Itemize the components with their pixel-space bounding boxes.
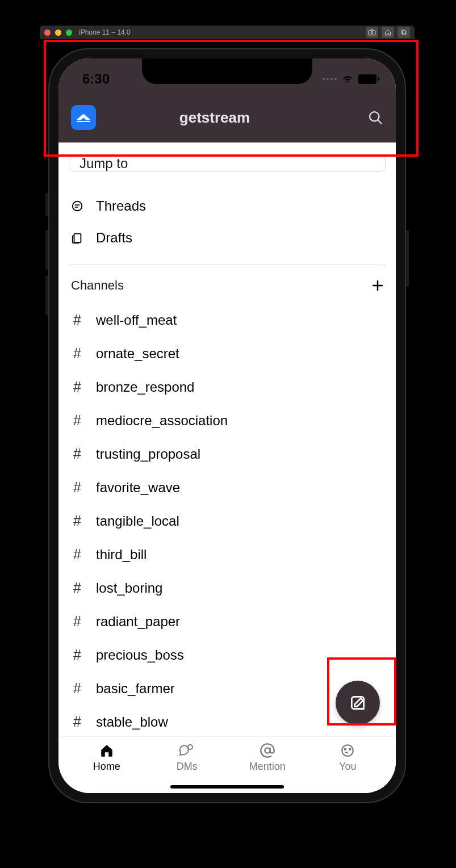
channel-item[interactable]: #favorite_wave xyxy=(58,471,396,504)
hash-icon: # xyxy=(71,513,83,529)
channel-name: tangible_local xyxy=(96,513,179,529)
channel-name: bronze_respond xyxy=(96,379,194,395)
svg-point-6 xyxy=(73,202,82,211)
hash-icon: # xyxy=(71,446,83,462)
search-button[interactable] xyxy=(358,110,383,125)
home-icon xyxy=(99,743,114,758)
device-notch xyxy=(142,58,312,84)
maximize-window-dot[interactable] xyxy=(66,30,72,36)
volume-down-button xyxy=(45,275,48,315)
hash-icon: # xyxy=(71,479,83,496)
svg-line-5 xyxy=(378,120,381,123)
channel-item[interactable]: #ornate_secret xyxy=(58,337,396,370)
mention-icon xyxy=(259,743,276,758)
jump-to-field[interactable]: Jump to xyxy=(69,155,386,172)
hash-icon: # xyxy=(71,312,83,328)
tab-home-label: Home xyxy=(93,761,120,773)
workspace-title: getstream xyxy=(71,109,358,127)
svg-rect-3 xyxy=(401,30,405,34)
channel-name: well-off_meat xyxy=(96,312,177,328)
threads-label: Threads xyxy=(96,198,146,214)
channel-item[interactable]: #bronze_respond xyxy=(58,370,396,404)
you-icon xyxy=(340,743,355,758)
channel-name: radiant_paper xyxy=(96,614,180,630)
channel-name: basic_farmer xyxy=(96,681,175,697)
channel-name: precious_boss xyxy=(96,647,184,663)
compose-icon xyxy=(349,694,367,712)
tab-mention-label: Mention xyxy=(249,761,286,773)
svg-point-14 xyxy=(350,749,351,750)
tab-you-label: You xyxy=(339,761,356,773)
hash-icon: # xyxy=(71,613,83,630)
threads-icon xyxy=(71,200,83,212)
screen: 6:30 xyxy=(58,58,396,793)
channel-item[interactable]: #tangible_local xyxy=(58,504,396,538)
hash-icon: # xyxy=(71,345,83,362)
channel-name: trusting_proposal xyxy=(96,446,200,462)
channel-name: favorite_wave xyxy=(96,480,180,496)
hash-icon: # xyxy=(71,647,83,663)
channel-item[interactable]: #trusting_proposal xyxy=(58,437,396,471)
channels-section-header[interactable]: Channels xyxy=(58,265,396,303)
channel-item[interactable]: #precious_boss xyxy=(58,638,396,672)
svg-point-10 xyxy=(188,745,193,749)
channels-section-title: Channels xyxy=(71,278,124,293)
svg-point-11 xyxy=(265,748,270,753)
tab-you[interactable]: You xyxy=(308,743,388,773)
channel-name: lost_boring xyxy=(96,580,162,596)
tab-mention[interactable]: Mention xyxy=(227,743,308,773)
channel-name: stable_blow xyxy=(96,714,168,730)
hash-icon: # xyxy=(71,580,83,596)
volume-up-button xyxy=(45,230,48,270)
compose-button[interactable] xyxy=(336,681,380,725)
tab-dms-label: DMs xyxy=(177,761,198,773)
cellular-signal-icon xyxy=(323,78,337,80)
status-time: 6:30 xyxy=(82,71,110,87)
search-icon xyxy=(367,110,383,125)
plus-icon xyxy=(371,279,384,292)
wifi-icon xyxy=(341,74,354,83)
channel-name: third_bill xyxy=(96,547,147,563)
svg-point-1 xyxy=(371,32,373,34)
content-area: Jump to Threads Drafts xyxy=(58,142,396,736)
channel-list: #well-off_meat#ornate_secret#bronze_resp… xyxy=(58,303,396,736)
dm-icon xyxy=(179,743,195,758)
simulator-title: iPhone 11 – 14.0 xyxy=(79,28,131,36)
channel-item[interactable]: #radiant_paper xyxy=(58,605,396,638)
svg-point-13 xyxy=(345,749,346,750)
channel-name: mediocre_association xyxy=(96,413,228,429)
hash-icon: # xyxy=(71,714,83,730)
drafts-icon xyxy=(71,232,83,244)
tab-bar: Home DMs Mention xyxy=(58,736,396,793)
home-indicator[interactable] xyxy=(170,785,284,789)
channel-item[interactable]: #mediocre_association xyxy=(58,404,396,437)
svg-point-12 xyxy=(342,745,354,756)
channel-item[interactable]: #lost_boring xyxy=(58,571,396,605)
simulator-titlebar: iPhone 11 – 14.0 xyxy=(40,26,415,39)
jump-to-label: Jump to xyxy=(80,156,128,171)
window-traffic-lights[interactable] xyxy=(44,30,72,36)
nav-header: getstream xyxy=(58,93,396,142)
drafts-row[interactable]: Drafts xyxy=(58,222,396,254)
minimize-window-dot[interactable] xyxy=(55,30,61,36)
hash-icon: # xyxy=(71,379,83,395)
channel-item[interactable]: #third_bill xyxy=(58,538,396,571)
tab-dms[interactable]: DMs xyxy=(147,743,228,773)
add-channel-button[interactable] xyxy=(371,279,384,292)
hash-icon: # xyxy=(71,546,83,563)
threads-row[interactable]: Threads xyxy=(58,190,396,222)
svg-rect-2 xyxy=(403,31,407,35)
copy-button[interactable] xyxy=(398,27,410,38)
drafts-label: Drafts xyxy=(96,230,132,246)
hash-icon: # xyxy=(71,680,83,697)
hash-icon: # xyxy=(71,412,83,429)
power-button xyxy=(406,230,409,287)
device-frame: 6:30 xyxy=(48,48,406,803)
screenshot-button[interactable] xyxy=(366,27,378,38)
close-window-dot[interactable] xyxy=(44,30,51,36)
channel-name: ornate_secret xyxy=(96,346,179,362)
channel-item[interactable]: #well-off_meat xyxy=(58,303,396,337)
battery-icon xyxy=(358,74,378,83)
tab-home[interactable]: Home xyxy=(66,743,147,773)
home-button[interactable] xyxy=(382,27,394,38)
